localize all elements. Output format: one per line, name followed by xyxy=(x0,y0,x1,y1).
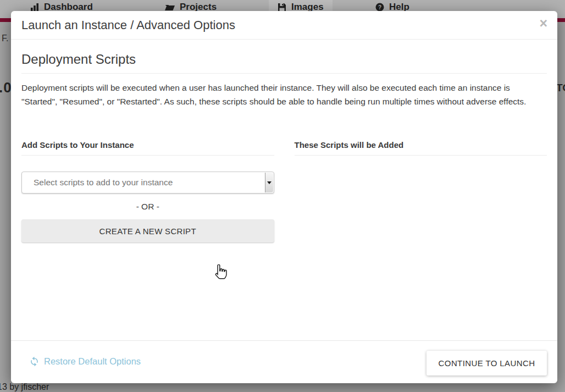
modal-body: Deployment Scripts Deployment scripts wi… xyxy=(11,52,557,242)
advanced-options-modal: Launch an Instance / Advanced Options × … xyxy=(11,11,557,383)
svg-text:?: ? xyxy=(378,4,381,10)
section-description: Deployment scripts will be executed when… xyxy=(21,81,533,108)
added-scripts-heading: These Scripts will be Added xyxy=(295,140,547,156)
modal-title: Launch an Instance / Advanced Options xyxy=(21,18,235,32)
hand-pointer-cursor-icon xyxy=(213,264,227,283)
background-text-fragment: 13 by jfischer xyxy=(0,382,49,392)
columns: Add Scripts to Your Instance Select scri… xyxy=(21,140,547,242)
add-scripts-heading: Add Scripts to Your Instance xyxy=(21,140,274,156)
chevron-down-icon[interactable] xyxy=(265,173,273,192)
background-text-fragment: .0 xyxy=(0,79,12,96)
restore-label: Restore Default Options xyxy=(44,356,141,367)
script-select-placeholder: Select scripts to add to your instance xyxy=(22,178,173,187)
or-separator: - OR - xyxy=(21,202,274,212)
section-title: Deployment Scripts xyxy=(21,52,547,74)
folder-icon xyxy=(165,3,175,12)
background-text-fragment: TO xyxy=(556,82,565,94)
script-select[interactable]: Select scripts to add to your instance xyxy=(21,172,274,194)
modal-header: Launch an Instance / Advanced Options × xyxy=(11,11,557,40)
question-icon: ? xyxy=(375,3,384,12)
floppy-icon xyxy=(278,3,286,12)
continue-to-launch-button[interactable]: CONTINUE TO LAUNCH xyxy=(426,351,547,376)
bar-chart-icon xyxy=(30,3,39,12)
close-icon[interactable]: × xyxy=(539,16,547,30)
modal-footer: Restore Default Options CONTINUE TO LAUN… xyxy=(11,340,557,383)
sync-icon xyxy=(29,356,40,367)
restore-default-options-link[interactable]: Restore Default Options xyxy=(29,356,141,367)
create-new-script-button[interactable]: CREATE A NEW SCRIPT xyxy=(21,219,274,242)
add-scripts-column: Add Scripts to Your Instance Select scri… xyxy=(21,140,274,242)
background-text-fragment: F. xyxy=(2,34,8,43)
added-scripts-column: These Scripts will be Added xyxy=(295,140,547,242)
